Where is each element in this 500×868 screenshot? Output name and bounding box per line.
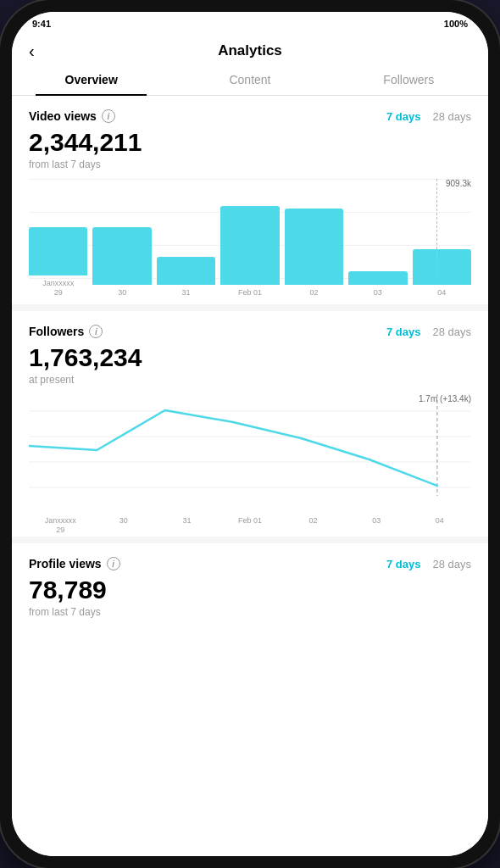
- bar-chart-wrapper: Janxxxxx293031Feb 01020304: [29, 179, 471, 298]
- bar-label-6: 04: [437, 288, 446, 298]
- profile-views-section: Profile views i 7 days 28 days 78,789 fr…: [12, 543, 488, 637]
- video-views-chart: 909.3k Janxxxxx293031Feb 01020304: [29, 179, 471, 298]
- tab-overview[interactable]: Overview: [12, 64, 170, 95]
- x-label-03: 03: [345, 516, 408, 535]
- bar-group-4: 02: [285, 209, 343, 298]
- profile-views-filters: 7 days 28 days: [386, 558, 471, 570]
- profile-views-sublabel: from last 7 days: [29, 606, 471, 618]
- followers-7day-filter[interactable]: 7 days: [386, 326, 420, 338]
- followers-chart: 1.7m (+13.4k) Janxxxxx29: [29, 394, 471, 530]
- video-views-title-group: Video views i: [29, 109, 115, 123]
- bar-label-0: Janxxxxx29: [42, 279, 74, 298]
- divider-1: [12, 304, 488, 311]
- bar-6: [413, 249, 471, 285]
- line-chart-x-labels: Janxxxxx29 30 31 Feb 01 02 03 04: [29, 516, 471, 535]
- bar-label-3: Feb 01: [238, 288, 262, 298]
- profile-views-header: Profile views i 7 days 28 days: [29, 557, 471, 570]
- bar-group-3: Feb 01: [220, 206, 279, 298]
- video-views-title: Video views: [29, 109, 97, 123]
- bar-label-4: 02: [309, 288, 318, 298]
- bar-1: [92, 227, 151, 285]
- bar-group-2: 31: [157, 257, 215, 298]
- bar-4: [285, 209, 343, 285]
- video-views-filters: 7 days 28 days: [386, 110, 471, 123]
- followers-28day-filter[interactable]: 28 days: [432, 326, 471, 338]
- status-battery: 100%: [444, 19, 468, 29]
- followers-title: Followers: [29, 325, 84, 338]
- followers-section: Followers i 7 days 28 days 1,763,234 at …: [12, 311, 488, 537]
- tab-bar: Overview Content Followers: [12, 64, 488, 96]
- x-label-31: 31: [155, 516, 219, 535]
- x-label-04: 04: [408, 516, 471, 535]
- profile-views-7day-filter[interactable]: 7 days: [386, 558, 420, 570]
- followers-header: Followers i 7 days 28 days: [29, 325, 471, 338]
- video-views-sublabel: from last 7 days: [29, 159, 471, 170]
- bar-chart: Janxxxxx293031Feb 01020304: [29, 179, 471, 298]
- profile-views-info-icon[interactable]: i: [107, 557, 120, 570]
- video-views-7day-filter[interactable]: 7 days: [386, 110, 420, 123]
- followers-annotation: 1.7m (+13.4k): [419, 394, 471, 403]
- tab-content[interactable]: Content: [170, 64, 329, 95]
- main-content: Video views i 7 days 28 days 2,344,211 f…: [12, 96, 488, 856]
- video-views-28day-filter[interactable]: 28 days: [432, 110, 471, 123]
- bar-group-0: Janxxxxx29: [29, 227, 87, 298]
- bar-chart-dashed-line: [436, 179, 437, 279]
- followers-filters: 7 days 28 days: [386, 326, 471, 338]
- tab-followers[interactable]: Followers: [330, 64, 488, 95]
- x-label-30: 30: [92, 516, 156, 535]
- line-chart-svg: [29, 394, 471, 513]
- profile-views-title: Profile views: [29, 557, 102, 570]
- bar-0: [29, 227, 87, 275]
- bar-label-2: 31: [182, 288, 191, 298]
- bar-2: [157, 257, 215, 285]
- followers-info-icon[interactable]: i: [89, 325, 103, 338]
- bar-3: [220, 206, 279, 286]
- video-views-value: 2,344,211: [29, 128, 471, 157]
- divider-2: [12, 537, 488, 543]
- x-label-jan29: Janxxxxx29: [29, 516, 92, 535]
- bar-label-1: 30: [118, 288, 126, 298]
- bar-label-5: 03: [374, 288, 382, 298]
- followers-sublabel: at present: [29, 374, 471, 386]
- phone-frame: 9:41 100% ‹ Analytics Overview Content F…: [0, 0, 500, 868]
- profile-views-value: 78,789: [29, 576, 471, 604]
- phone-screen: 9:41 100% ‹ Analytics Overview Content F…: [12, 12, 488, 856]
- status-bar: 9:41 100%: [12, 12, 488, 36]
- nav-header: ‹ Analytics: [12, 36, 488, 64]
- bar-group-1: 30: [92, 227, 151, 298]
- profile-views-28day-filter[interactable]: 28 days: [432, 558, 471, 570]
- x-label-02: 02: [281, 516, 345, 535]
- followers-title-group: Followers i: [29, 325, 103, 338]
- bar-group-5: 03: [348, 271, 407, 298]
- bar-5: [348, 271, 407, 286]
- video-views-section: Video views i 7 days 28 days 2,344,211 f…: [12, 96, 488, 304]
- video-views-info-icon[interactable]: i: [102, 109, 115, 123]
- back-button[interactable]: ‹: [29, 42, 35, 61]
- status-time: 9:41: [32, 19, 51, 29]
- followers-value: 1,763,234: [29, 343, 471, 372]
- bar-group-6: 04: [413, 249, 471, 298]
- profile-views-title-group: Profile views i: [29, 557, 120, 570]
- x-label-feb01: Feb 01: [219, 516, 282, 535]
- page-title: Analytics: [218, 42, 282, 59]
- video-views-header: Video views i 7 days 28 days: [29, 109, 471, 123]
